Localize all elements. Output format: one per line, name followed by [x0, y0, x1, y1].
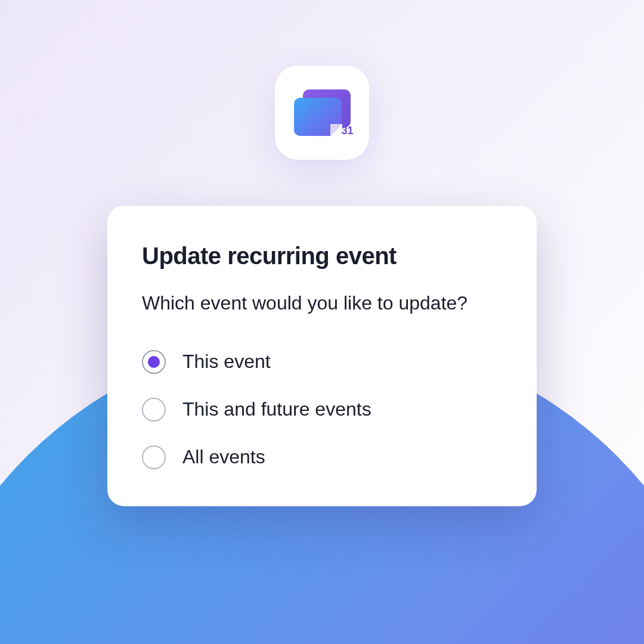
dialog-title: Update recurring event: [142, 243, 502, 270]
dialog-subtitle: Which event would you like to update?: [142, 290, 502, 317]
radio-label: This event: [182, 351, 271, 373]
update-recurring-event-dialog: Update recurring event Which event would…: [107, 206, 537, 506]
radio-option-all-events[interactable]: All events: [142, 445, 502, 469]
radio-button-icon: [142, 350, 166, 374]
radio-option-this-event[interactable]: This event: [142, 350, 502, 374]
event-scope-radio-group: This event This and future events All ev…: [142, 350, 502, 469]
radio-label: All events: [182, 446, 265, 468]
radio-option-this-and-future[interactable]: This and future events: [142, 398, 502, 422]
radio-button-icon: [142, 445, 166, 469]
radio-label: This and future events: [182, 398, 371, 420]
app-icon-date-label: 31: [341, 125, 353, 137]
calendar-app-icon: 31: [275, 66, 369, 160]
radio-button-icon: [142, 398, 166, 422]
